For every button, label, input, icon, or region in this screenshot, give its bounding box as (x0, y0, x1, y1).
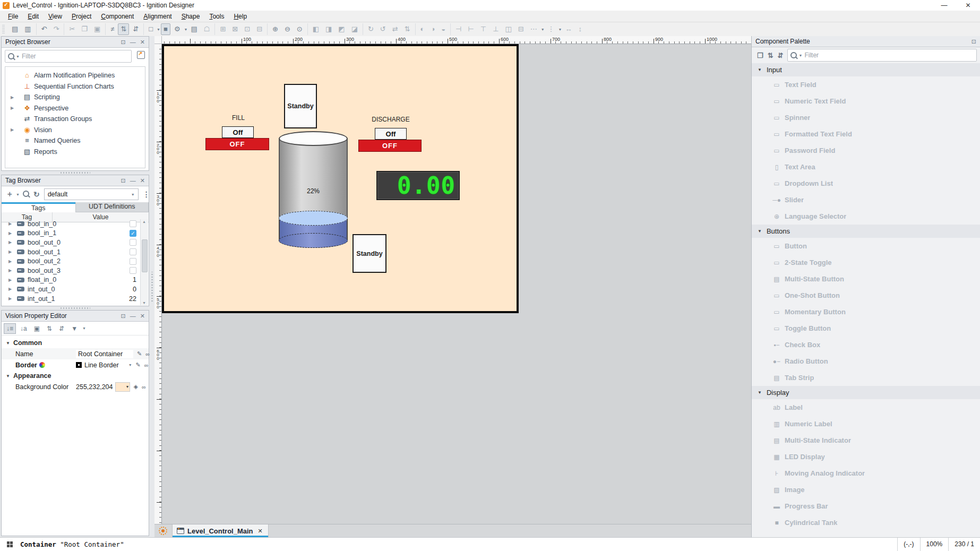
zoom-reset-icon[interactable]: ⊙ (294, 23, 305, 35)
menu-edit[interactable]: Edit (23, 11, 44, 22)
security-icon[interactable]: ☖ (201, 23, 213, 35)
chevron-down-icon[interactable]: ▼ (82, 326, 86, 330)
tag-value-number[interactable]: 1 (133, 276, 136, 283)
panel-splitter[interactable] (0, 171, 150, 175)
binding-link-icon[interactable]: ∞ (144, 362, 149, 368)
palette-item-numeric-text-field[interactable]: ▭Numeric Text Field (752, 93, 980, 109)
no-layout-icon[interactable]: ≠ (108, 23, 117, 35)
section-common[interactable]: ▼ Common (2, 338, 149, 348)
tag-row-int_out_1[interactable]: ▶int_out_122 (2, 294, 141, 304)
standby-indicator-bottom[interactable]: Standby (353, 234, 386, 273)
shape-subtract-icon[interactable]: ◑ (428, 23, 437, 35)
palette-item-led-display[interactable]: ▦LED Display (752, 449, 980, 465)
palette-item-image[interactable]: ▨Image (752, 481, 980, 498)
tag-value-checkbox[interactable] (130, 220, 136, 227)
bring-forward-icon[interactable]: ◩ (336, 23, 347, 35)
palette-item-numeric-label[interactable]: ▥Numeric Label (752, 416, 980, 432)
tag-value-number[interactable]: 0 (133, 286, 136, 293)
pin-filter-icon[interactable] (137, 51, 145, 59)
scroll-up-icon[interactable]: ▲ (142, 220, 146, 223)
menu-help[interactable]: Help (229, 11, 252, 22)
chevron-down-icon[interactable]: ▼ (157, 28, 160, 31)
panel-splitter[interactable] (0, 306, 150, 310)
fill-color-icon[interactable]: ■ (161, 23, 170, 35)
redo-icon[interactable]: ↷ (51, 23, 62, 35)
palette-item-password-field[interactable]: ▭Password Field (752, 142, 980, 159)
discharge-label[interactable]: DISCHARGE (364, 116, 417, 123)
undo-icon[interactable]: ↶ (39, 23, 50, 35)
cut-icon[interactable]: ✂ (66, 23, 78, 35)
scroll-down-icon[interactable]: ▼ (142, 301, 146, 305)
palette-section-display[interactable]: ▼Display (752, 386, 980, 399)
send-backward-icon[interactable]: ◪ (349, 23, 360, 35)
menu-file[interactable]: File (3, 11, 23, 22)
save-icon[interactable]: ▤ (9, 23, 21, 35)
border-value[interactable]: Line Border (84, 361, 119, 369)
name-value-field[interactable]: Root Container (76, 350, 133, 358)
expand-arrow-icon[interactable]: ▶ (8, 296, 12, 301)
copy-icon[interactable]: ❐ (79, 23, 90, 35)
float-panel-icon[interactable]: ⊡ (972, 36, 976, 47)
palette-item-dropdown-list[interactable]: ▭Dropdown List (752, 175, 980, 192)
standby-indicator-top[interactable]: Standby (284, 84, 317, 128)
palette-item-momentary-button[interactable]: ▭Momentary Button (752, 304, 980, 320)
add-tag-button[interactable]: ＋ (6, 190, 13, 199)
root-container[interactable]: FILL Off OFF Standby 22% DISCHARGE (162, 44, 519, 313)
tag-row-bool_out_3[interactable]: ▶bool_out_3 (2, 266, 141, 276)
binding-link-icon[interactable]: ∞ (142, 384, 146, 390)
tab-tags[interactable]: Tags (2, 202, 75, 212)
tag-row-float_in_0[interactable]: ▶float_in_01 (2, 276, 141, 285)
float-panel-icon[interactable]: ⊡ (121, 175, 126, 186)
tab-level-control-main[interactable]: Level_Control_Main ✕ (172, 524, 269, 537)
expand-arrow-icon[interactable]: ▶ (11, 127, 14, 132)
expand-arrow-icon[interactable]: ▶ (8, 221, 12, 226)
palette-item-cylindrical-tank[interactable]: ■Cylindrical Tank (752, 514, 980, 531)
search-tags-icon[interactable] (23, 190, 29, 199)
scroll-thumb[interactable] (142, 239, 148, 272)
close-button[interactable]: ✕ (956, 0, 980, 11)
distribute-h-icon[interactable]: ⋯ (528, 23, 540, 35)
center-v-icon[interactable]: ⊟ (515, 23, 527, 35)
expand-arrow-icon[interactable]: ▶ (8, 259, 12, 264)
dock-splitter[interactable] (150, 36, 154, 537)
menu-shape[interactable]: Shape (177, 11, 205, 22)
project-item-named-queries[interactable]: ≡Named Queries (5, 135, 145, 147)
menu-project[interactable]: Project (67, 11, 96, 22)
discharge-off-button[interactable]: OFF (358, 140, 422, 152)
memory-usage[interactable]: 230 / 1 (948, 538, 980, 551)
float-panel-icon[interactable]: ⊡ (121, 37, 126, 47)
tag-row-bool_out_2[interactable]: ▶bool_out_2 (2, 256, 141, 266)
align-right-icon[interactable]: ⊢ (465, 23, 476, 35)
flip-h-icon[interactable]: ⇄ (390, 23, 401, 35)
preview-mode-eye-icon[interactable] (159, 527, 167, 535)
rotate-cw-icon[interactable]: ↻ (365, 23, 376, 35)
menu-tools[interactable]: Tools (204, 11, 229, 22)
shape-intersect-icon[interactable]: ◒ (439, 23, 448, 35)
color-swatch[interactable]: ▼ (115, 382, 130, 392)
menu-alignment[interactable]: Alignment (139, 11, 176, 22)
project-item-scripting[interactable]: ▶▤Scripting (5, 92, 145, 103)
zoom-level[interactable]: 100% (920, 538, 949, 551)
minimize-button[interactable]: — (932, 0, 956, 11)
palette-section-buttons[interactable]: ▼Buttons (752, 225, 980, 238)
palette-item-one-shot-button[interactable]: ▭One-Shot Button (752, 287, 980, 304)
sort-by-category-icon[interactable]: ↓≡ (4, 323, 16, 334)
anchored-layout-icon[interactable]: ⇅ (118, 23, 129, 35)
match-height-icon[interactable]: ↕ (576, 23, 585, 35)
project-item-sequential-function-charts[interactable]: ⊥Sequential Function Charts (5, 81, 145, 92)
paste-icon[interactable]: ▣ (91, 23, 103, 35)
tag-row-bool_out_1[interactable]: ▶bool_out_1 (2, 247, 141, 257)
close-panel-icon[interactable]: ✕ (140, 311, 145, 321)
tag-scrollbar[interactable]: ▲ ▼ (140, 219, 148, 305)
tag-value-checkbox[interactable] (130, 258, 136, 265)
palette-item-2-state-toggle[interactable]: ▭2-State Toggle (752, 254, 980, 271)
close-panel-icon[interactable]: ✕ (140, 175, 145, 186)
menu-component[interactable]: Component (96, 11, 139, 22)
expand-all-icon[interactable]: ⇅ (44, 323, 55, 334)
tag-value-checkbox[interactable] (130, 267, 136, 274)
tag-row-int_out_0[interactable]: ▶int_out_00 (2, 285, 141, 294)
tag-value-number[interactable]: 22 (129, 295, 136, 303)
chevron-down-icon[interactable]: ▼ (184, 28, 188, 31)
palette-item-toggle-button[interactable]: ▭Toggle Button (752, 320, 980, 337)
toolbar-grip[interactable] (2, 25, 5, 33)
